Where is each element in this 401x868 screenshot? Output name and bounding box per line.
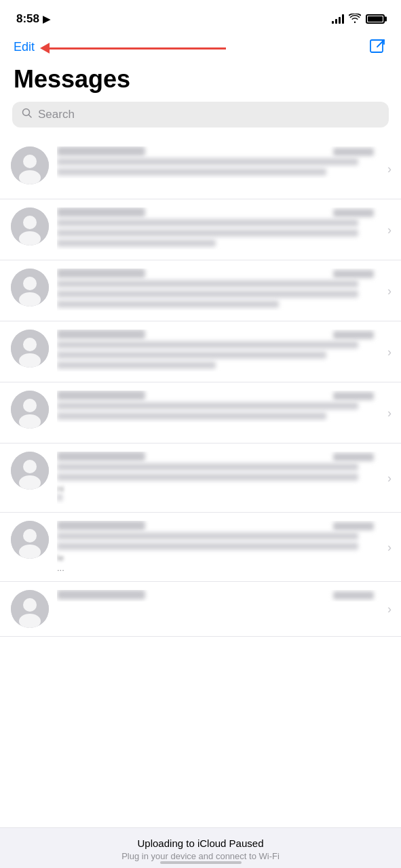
battery-icon (366, 14, 385, 24)
preview-line (57, 229, 358, 237)
icloud-status-subtitle: Plug in your device and connect to Wi-Fi (14, 851, 387, 861)
preview-line (57, 351, 326, 359)
contact-name (57, 590, 145, 599)
list-item[interactable]: › (0, 582, 401, 637)
status-bar: 8:58 ▶ (0, 0, 401, 34)
chevron-right-icon: › (387, 283, 392, 298)
compose-button[interactable] (367, 37, 387, 57)
icloud-status-title: Uploading to iCloud Paused (14, 837, 387, 849)
avatar (11, 146, 49, 184)
avatar (11, 590, 49, 628)
preview-line (57, 341, 358, 349)
contact-name (57, 391, 145, 400)
list-item[interactable]: › (0, 138, 401, 199)
svg-point-22 (19, 545, 41, 559)
message-header (57, 391, 374, 400)
svg-point-24 (23, 598, 37, 612)
preview-line (57, 219, 358, 226)
preview-line (57, 473, 358, 481)
preview-line (57, 361, 216, 369)
preview-line (57, 290, 358, 298)
status-icons (332, 14, 385, 25)
edit-button[interactable]: Edit (14, 40, 35, 54)
svg-point-3 (23, 155, 37, 168)
contact-name (57, 208, 145, 217)
preview-line (57, 412, 326, 420)
signal-bars (332, 14, 344, 24)
contact-name (57, 452, 145, 461)
chevron-right-icon: › (387, 602, 392, 616)
wifi-icon (349, 14, 361, 25)
svg-point-6 (23, 216, 37, 229)
status-time: 8:58 ▶ (16, 12, 50, 26)
search-placeholder: Search (38, 108, 75, 121)
message-content: le ... (57, 521, 390, 573)
list-item[interactable]: › (0, 199, 401, 260)
message-list: › › (0, 138, 401, 637)
chevron-right-icon: › (387, 344, 392, 359)
svg-point-19 (19, 475, 41, 490)
message-content (57, 269, 390, 311)
svg-point-15 (23, 399, 37, 412)
svg-point-18 (23, 460, 37, 473)
list-item[interactable]: › (0, 260, 401, 321)
preview-line (57, 463, 358, 471)
preview-line (57, 168, 326, 176)
svg-point-12 (23, 338, 37, 351)
preview-line (57, 280, 358, 288)
svg-point-21 (23, 529, 37, 542)
message-content (57, 208, 390, 250)
chevron-right-icon: › (387, 406, 392, 420)
message-header (57, 521, 374, 530)
chevron-right-icon: › (387, 471, 392, 485)
message-header (57, 452, 374, 461)
message-content (57, 391, 390, 422)
svg-point-4 (19, 170, 41, 184)
message-content (57, 330, 390, 372)
message-time (333, 148, 374, 156)
avatar (11, 391, 49, 429)
message-content (57, 590, 390, 601)
message-time (333, 270, 374, 278)
message-time (333, 331, 374, 339)
avatar (11, 521, 49, 559)
chevron-right-icon: › (387, 540, 392, 554)
search-icon (22, 108, 33, 121)
message-header (57, 208, 374, 217)
message-time (333, 522, 374, 530)
nav-bar: Edit (0, 34, 401, 62)
message-time (333, 209, 374, 217)
message-content: ni (57, 452, 390, 504)
home-indicator (160, 861, 242, 864)
arrow-head (40, 43, 50, 54)
list-item[interactable]: ni › (0, 443, 401, 513)
preview-line (57, 542, 358, 550)
message-time (333, 392, 374, 400)
preview-line (57, 494, 62, 501)
svg-point-7 (19, 231, 41, 245)
preview-line (57, 532, 358, 540)
message-header (57, 330, 374, 339)
search-bar[interactable]: Search (12, 102, 389, 127)
chevron-right-icon: › (387, 161, 392, 176)
svg-point-13 (19, 353, 41, 368)
svg-point-9 (23, 277, 37, 290)
message-time (333, 591, 374, 599)
list-item[interactable]: le ... › (0, 513, 401, 582)
list-item[interactable]: › (0, 382, 401, 443)
preview-line (57, 158, 358, 165)
svg-rect-0 (370, 40, 383, 52)
message-header (57, 590, 374, 599)
contact-name (57, 146, 145, 156)
avatar (11, 208, 49, 245)
avatar (11, 330, 49, 368)
preview-line (57, 402, 358, 410)
avatar (11, 269, 49, 307)
search-container: Search (0, 102, 401, 138)
svg-point-16 (19, 414, 41, 429)
preview-line (57, 300, 279, 308)
list-item[interactable]: › (0, 321, 401, 382)
page-title: Messages (0, 62, 401, 102)
svg-point-10 (19, 292, 41, 307)
message-header (57, 269, 374, 278)
